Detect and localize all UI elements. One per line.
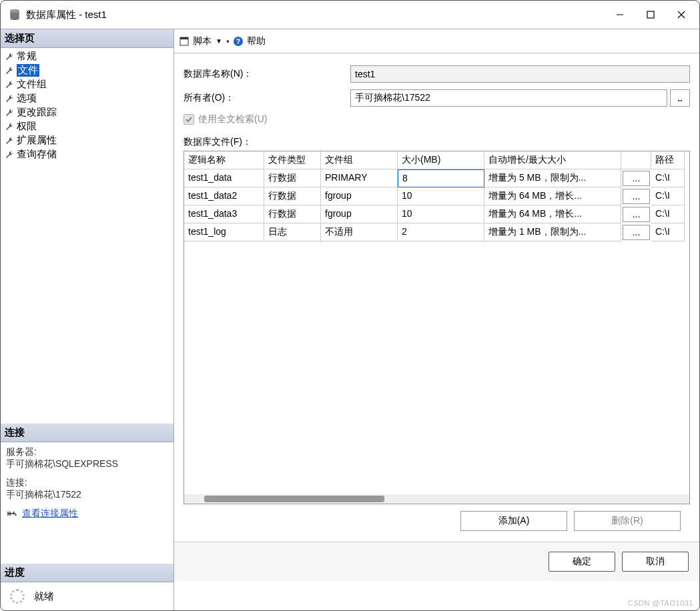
grid-cell[interactable]: 10: [398, 205, 484, 223]
grid-cell[interactable]: 行数据: [264, 169, 321, 187]
add-button[interactable]: 添加(A): [460, 511, 567, 531]
wrench-icon: [5, 122, 14, 131]
wrench-icon: [5, 66, 14, 75]
sidebar-page-item[interactable]: 查询存储: [1, 147, 173, 161]
dialog-window: 数据库属性 - test1 选择页 常规文件文件组选项更改跟踪权限扩展属性查询存…: [0, 0, 700, 611]
grid-header[interactable]: 逻辑名称: [184, 151, 264, 169]
script-button[interactable]: 脚本: [193, 35, 212, 47]
grid-cell[interactable]: C:\I: [651, 169, 685, 187]
growth-edit-button[interactable]: ...: [623, 189, 650, 204]
files-grid[interactable]: 逻辑名称文件类型文件组大小(MB)自动增长/最大大小路径test1_data行数…: [184, 151, 690, 504]
wrench-icon: [5, 52, 14, 61]
grid-cell[interactable]: test1_data2: [184, 187, 264, 205]
grid-header[interactable]: 文件类型: [264, 151, 321, 169]
page-label: 更改跟踪: [17, 106, 57, 119]
grid-cell[interactable]: test1_data: [184, 169, 264, 187]
grid-cell[interactable]: test1_data3: [184, 205, 264, 223]
svg-rect-7: [180, 37, 188, 39]
wrench-icon: [5, 80, 14, 89]
grid-cell[interactable]: 日志: [264, 223, 321, 241]
sidebar-page-item[interactable]: 文件组: [1, 77, 173, 91]
grid-cell[interactable]: 2: [398, 223, 484, 241]
plug-icon: [6, 509, 18, 518]
conn-value: 手可摘棉花\17522: [6, 489, 168, 501]
grid-cell[interactable]: test1_log: [184, 223, 264, 241]
spinner-icon: [10, 589, 25, 604]
grid-cell[interactable]: 增量为 64 MB，增长...: [484, 187, 621, 205]
grid-header[interactable]: 大小(MB): [398, 151, 484, 169]
grid-cell[interactable]: C:\I: [651, 205, 685, 223]
owner-field[interactable]: 手可摘棉花\17522: [350, 89, 667, 107]
window-title: 数据库属性 - test1: [26, 9, 605, 21]
toolbar: 脚本 ▼ • ? 帮助: [174, 29, 699, 53]
db-name-label: 数据库名称(N)：: [184, 68, 350, 80]
progress-text: 就绪: [34, 590, 54, 603]
page-label: 权限: [17, 120, 37, 133]
script-dropdown-icon[interactable]: ▼: [216, 37, 222, 45]
grid-cell[interactable]: fgroup: [321, 205, 398, 223]
svg-point-1: [10, 9, 19, 13]
watermark: CSDN @TAO1031: [628, 599, 693, 607]
sidebar: 选择页 常规文件文件组选项更改跟踪权限扩展属性查询存储 连接 服务器: 手可摘棉…: [1, 29, 174, 610]
conn-label: 连接:: [6, 477, 168, 489]
main-pane: 脚本 ▼ • ? 帮助 数据库名称(N)： test1 所有者(O)： 手可摘棉…: [174, 29, 699, 610]
page-label: 常规: [17, 50, 37, 63]
help-button[interactable]: 帮助: [247, 35, 266, 47]
sidebar-page-item[interactable]: 常规: [1, 49, 173, 63]
wrench-icon: [5, 150, 14, 159]
grid-cell[interactable]: 10: [398, 187, 484, 205]
conn-header: 连接: [1, 424, 173, 442]
close-button[interactable]: [666, 1, 697, 29]
grid-cell[interactable]: 行数据: [264, 187, 321, 205]
grid-cell[interactable]: 增量为 5 MB，限制为...: [484, 169, 621, 187]
grid-cell[interactable]: 行数据: [264, 205, 321, 223]
fulltext-label: 使用全文检索(U): [198, 113, 267, 125]
progress-header: 进度: [1, 564, 173, 582]
svg-rect-3: [647, 11, 654, 18]
growth-edit-button[interactable]: ...: [623, 207, 650, 222]
owner-browse-button[interactable]: ..: [670, 89, 690, 107]
db-name-field: test1: [350, 65, 690, 83]
grid-cell[interactable]: PRIMARY: [321, 169, 398, 187]
grid-cell[interactable]: C:\I: [651, 187, 685, 205]
titlebar: 数据库属性 - test1: [1, 1, 699, 29]
growth-edit-button[interactable]: ...: [623, 171, 650, 186]
minimize-button[interactable]: [605, 1, 635, 29]
cancel-button[interactable]: 取消: [622, 552, 689, 572]
grid-header[interactable]: 文件组: [321, 151, 398, 169]
sidebar-page-item[interactable]: 更改跟踪: [1, 105, 173, 119]
script-icon: [180, 37, 189, 46]
sidebar-page-item[interactable]: 选项: [1, 91, 173, 105]
pages-list: 常规文件文件组选项更改跟踪权限扩展属性查询存储: [1, 48, 173, 167]
page-label: 扩展属性: [17, 134, 57, 147]
grid-header[interactable]: [621, 151, 651, 169]
ok-button[interactable]: 确定: [549, 552, 615, 572]
grid-hscrollbar[interactable]: [184, 494, 689, 504]
maximize-button[interactable]: [635, 1, 666, 29]
remove-button: 删除(R): [574, 511, 681, 531]
grid-cell[interactable]: 增量为 1 MB，限制为...: [484, 223, 621, 241]
sidebar-page-item[interactable]: 扩展属性: [1, 133, 173, 147]
sidebar-page-item[interactable]: 文件: [1, 63, 173, 77]
pages-header: 选择页: [1, 29, 173, 48]
grid-header[interactable]: 自动增长/最大大小: [484, 151, 621, 169]
grid-cell[interactable]: 不适用: [321, 223, 398, 241]
wrench-icon: [5, 136, 14, 145]
grid-cell[interactable]: fgroup: [321, 187, 398, 205]
grid-cell[interactable]: 增量为 64 MB，增长...: [484, 205, 621, 223]
owner-label: 所有者(O)：: [184, 92, 350, 104]
database-icon: [9, 9, 21, 21]
growth-edit-button[interactable]: ...: [623, 225, 650, 240]
grid-cell[interactable]: 8: [398, 169, 484, 187]
page-label: 文件组: [17, 78, 47, 91]
page-label: 查询存储: [17, 148, 57, 161]
wrench-icon: [5, 108, 14, 117]
grid-cell[interactable]: C:\I: [651, 223, 685, 241]
sidebar-page-item[interactable]: 权限: [1, 119, 173, 133]
files-label: 数据库文件(F)：: [184, 136, 690, 148]
wrench-icon: [5, 94, 14, 103]
page-label: 文件: [17, 64, 39, 77]
grid-header[interactable]: 路径: [651, 151, 685, 169]
server-value: 手可摘棉花\SQLEXPRESS: [6, 458, 168, 470]
view-conn-props-link[interactable]: 查看连接属性: [22, 508, 78, 520]
